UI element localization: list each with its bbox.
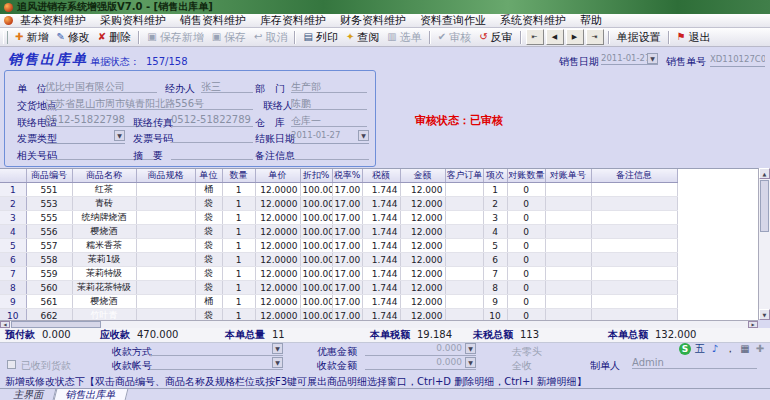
menu-item-4[interactable]: 库存资料维护 xyxy=(253,14,333,27)
grid-cell[interactable] xyxy=(545,295,591,309)
grid-cell[interactable]: 12.0000 xyxy=(255,295,300,309)
settle-date-combo[interactable]: 2011-01-27 xyxy=(291,130,369,144)
grid-cell[interactable]: 559 xyxy=(26,267,72,281)
doc-settings-button[interactable]: 单据设置 xyxy=(613,29,665,46)
fax-field[interactable]: 0512-51822789 xyxy=(171,114,253,127)
exit-button[interactable]: ⚑退出 xyxy=(673,29,715,46)
horizontal-scroll-thumb[interactable] xyxy=(11,321,101,328)
row-number[interactable]: 6 xyxy=(0,253,26,267)
grid-cell[interactable] xyxy=(545,197,591,211)
grid-cell[interactable]: 青砖 xyxy=(72,197,136,211)
invoice-type-dropdown-icon[interactable] xyxy=(114,130,125,141)
grid-cell[interactable]: 561 xyxy=(26,295,72,309)
ime-punct-icon[interactable]: ， xyxy=(724,343,736,355)
grid-cell[interactable]: 557 xyxy=(26,239,72,253)
grid-cell[interactable]: 12.0000 xyxy=(255,225,300,239)
grid-cell[interactable] xyxy=(445,295,483,309)
grid-cell[interactable]: 12.000 xyxy=(400,211,445,225)
sale-date-combo[interactable]: 2011-01-27 xyxy=(601,53,658,65)
agent-field[interactable]: 张三 xyxy=(201,80,253,93)
grid-cell[interactable] xyxy=(591,281,677,295)
grid-cell[interactable]: 12.000 xyxy=(400,225,445,239)
grid-cell[interactable] xyxy=(136,183,195,197)
grid-cell[interactable]: 17.00 xyxy=(332,183,362,197)
next-record-button[interactable]: ▶ xyxy=(566,29,584,45)
grid-cell[interactable]: 12.000 xyxy=(400,253,445,267)
grid-cell[interactable]: 1.744 xyxy=(362,239,400,253)
grid-cell[interactable]: 17.00 xyxy=(332,295,362,309)
receive-account-dropdown-icon[interactable] xyxy=(272,357,283,368)
grid-cell[interactable]: 17.00 xyxy=(332,267,362,281)
ime-menu-icon[interactable]: ✚ xyxy=(754,343,766,355)
row-number[interactable]: 4 xyxy=(0,225,26,239)
ime-wubi-icon[interactable]: 五 xyxy=(694,343,706,355)
grid-cell[interactable]: 2 xyxy=(483,197,507,211)
summary-field[interactable] xyxy=(171,147,253,160)
grid-cell[interactable]: 樱烧酒 xyxy=(72,295,136,309)
grid-header-13[interactable]: 对账数量 xyxy=(507,169,545,183)
menu-item-7[interactable]: 系统资料维护 xyxy=(493,14,573,27)
ime-sound-icon[interactable]: ♪ xyxy=(709,343,721,355)
scroll-down-icon[interactable] xyxy=(759,309,770,320)
payment-method-dropdown-icon[interactable] xyxy=(272,343,283,354)
grid-cell[interactable]: 12.0000 xyxy=(255,197,300,211)
receive-amount-dropdown-icon[interactable] xyxy=(465,357,476,368)
grid-cell[interactable]: 100.00 xyxy=(300,183,332,197)
grid-cell[interactable]: 553 xyxy=(26,197,72,211)
sale-date-dropdown-icon[interactable] xyxy=(647,53,658,64)
grid-cell[interactable]: 0 xyxy=(507,239,545,253)
grid-cell[interactable]: 12.0000 xyxy=(255,183,300,197)
grid-cell[interactable]: 12.000 xyxy=(400,239,445,253)
grid-cell[interactable]: 556 xyxy=(26,225,72,239)
dept-field[interactable]: 生产部 xyxy=(291,80,367,93)
grid-cell[interactable] xyxy=(591,267,677,281)
grid-horizontal-scrollbar[interactable] xyxy=(0,320,758,328)
print-button[interactable]: ▤列印 xyxy=(299,29,341,46)
tab-sales-outbound[interactable]: 销售出库单 xyxy=(54,389,129,400)
grid-header-8[interactable]: 税率% xyxy=(332,169,362,183)
grid-cell[interactable]: 17.00 xyxy=(332,281,362,295)
grid-cell[interactable]: 0 xyxy=(507,211,545,225)
grid-header-15[interactable]: 备注信息 xyxy=(591,169,677,183)
grid-cell[interactable]: 100.00 xyxy=(300,211,332,225)
sale-number-value[interactable]: XD110127C01 xyxy=(710,54,765,67)
new-button[interactable]: ✚新增 xyxy=(11,29,52,46)
grid-cell[interactable]: 0 xyxy=(507,281,545,295)
grid-cell[interactable]: 12.000 xyxy=(400,183,445,197)
grid-cell[interactable] xyxy=(445,225,483,239)
remark-field[interactable] xyxy=(291,147,369,160)
grid-header-12[interactable]: 项次 xyxy=(483,169,507,183)
delete-button[interactable]: ✘删除 xyxy=(94,29,135,46)
grid-cell[interactable]: 0 xyxy=(507,253,545,267)
grid-cell[interactable] xyxy=(591,295,677,309)
grid-cell[interactable] xyxy=(136,267,195,281)
grid-cell[interactable] xyxy=(445,211,483,225)
grid-cell[interactable]: 1 xyxy=(222,197,255,211)
grid-cell[interactable]: 6 xyxy=(483,253,507,267)
grid-cell[interactable]: 12.0000 xyxy=(255,267,300,281)
menu-item-2[interactable]: 采购资料维护 xyxy=(93,14,173,27)
grid-cell[interactable]: 17.00 xyxy=(332,225,362,239)
grid-cell[interactable] xyxy=(136,197,195,211)
grid-cell[interactable]: 12.0000 xyxy=(255,253,300,267)
grid-cell[interactable]: 555 xyxy=(26,211,72,225)
grid-cell[interactable]: 100.00 xyxy=(300,267,332,281)
grid-cell[interactable] xyxy=(591,197,677,211)
grid-cell[interactable]: 1 xyxy=(222,211,255,225)
grid-cell[interactable]: 12.0000 xyxy=(255,211,300,225)
scroll-left-icon[interactable] xyxy=(0,321,10,328)
grid-cell[interactable]: 樱烧酒 xyxy=(72,225,136,239)
grid-cell[interactable]: 1 xyxy=(222,253,255,267)
menu-item-5[interactable]: 财务资料维护 xyxy=(333,14,413,27)
row-number[interactable]: 9 xyxy=(0,295,26,309)
grid-header-5[interactable]: 数量 xyxy=(222,169,255,183)
grid-header-9[interactable]: 税额 xyxy=(362,169,400,183)
receive-account-combo[interactable] xyxy=(150,357,283,370)
grid-cell[interactable]: 0 xyxy=(507,225,545,239)
grid-cell[interactable] xyxy=(445,281,483,295)
grid-cell[interactable]: 1.744 xyxy=(362,267,400,281)
grid-header-7[interactable]: 折扣% xyxy=(300,169,332,183)
edit-button[interactable]: ✎修改 xyxy=(52,29,93,46)
grid-cell[interactable]: 红茶 xyxy=(72,183,136,197)
unaudit-button[interactable]: ↺反审 xyxy=(475,29,516,46)
